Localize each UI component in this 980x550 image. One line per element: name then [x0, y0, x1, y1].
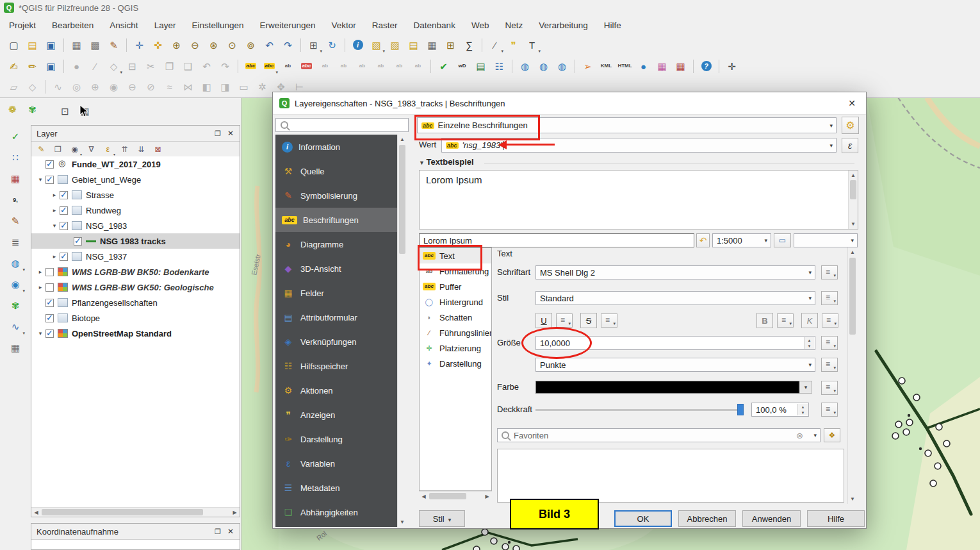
scrollbar-thumb[interactable]	[399, 145, 405, 254]
vertical-scrollbar[interactable]	[848, 171, 858, 229]
web-service-2-icon[interactable]: ◍	[535, 58, 552, 75]
kml-tools-icon[interactable]: KML	[598, 58, 615, 75]
data-defined-override-button[interactable]	[821, 265, 838, 279]
leaf-plugin-icon[interactable]: ✾	[24, 101, 41, 118]
layer-tree-item[interactable]: ▾ Gebiet_und_Wege	[31, 172, 240, 187]
web-tool-icon[interactable]: ◉	[6, 275, 25, 294]
layer-labeling-options-icon[interactable]: abc	[261, 58, 278, 75]
menu-item[interactable]: Layer	[154, 21, 176, 30]
data-defined-override-button[interactable]	[601, 313, 617, 328]
preview-background-select[interactable]	[794, 233, 858, 247]
menu-item[interactable]: Web	[471, 21, 489, 30]
label-move-rotate-icon[interactable]: ab	[335, 58, 352, 75]
expander-icon[interactable]: ▸	[49, 253, 60, 260]
scroll-down-icon[interactable]	[848, 494, 857, 504]
fill-ring-icon[interactable]: ◉	[105, 78, 122, 96]
scroll-up-icon[interactable]	[849, 171, 858, 180]
new-print-layout-icon[interactable]: ▦	[68, 37, 85, 54]
new-map-view-icon[interactable]: ⊞	[305, 37, 322, 54]
layer-tree-item[interactable]: Biotope	[31, 310, 240, 326]
layer-checkbox[interactable]	[60, 222, 68, 230]
zoom-last-icon[interactable]: ↶	[261, 37, 278, 54]
menu-item[interactable]: Vektor	[332, 21, 356, 30]
dialog-sidebar-item[interactable]: ε Variablen	[275, 451, 397, 476]
sample-section-header[interactable]: Textbeispiel	[419, 157, 474, 167]
layer-tree-item[interactable]: ▾ NSG_1983	[31, 218, 240, 233]
label-rotate-icon[interactable]: ab	[354, 58, 371, 75]
data-defined-override-button[interactable]	[822, 313, 838, 328]
open-project-icon[interactable]: ▤	[24, 37, 41, 54]
plugin-grid-red-icon[interactable]: ▦	[6, 169, 25, 188]
reset-sample-button[interactable]	[696, 233, 710, 247]
db-manager-icon[interactable]: ☷	[491, 58, 508, 75]
label-pin-icon[interactable]: abc	[298, 58, 315, 75]
zoom-full-extent-icon[interactable]: ⊛	[205, 37, 222, 54]
expander-icon[interactable]: ▾	[35, 330, 45, 337]
statistical-summary-icon[interactable]: ∑	[461, 37, 478, 54]
crosshair-icon[interactable]: ✛	[723, 58, 740, 75]
layer-tree-item[interactable]: Funde_WT_2017_2019	[31, 156, 240, 172]
layer-checkbox[interactable]	[45, 176, 54, 184]
layer-checkbox[interactable]	[45, 299, 54, 307]
settings-scrollbar[interactable]	[847, 247, 857, 504]
sketch-tool-icon[interactable]: ✎	[6, 212, 25, 231]
label-show-hide-icon[interactable]: ab	[316, 58, 334, 75]
ok-button[interactable]: OK	[614, 510, 672, 527]
dialog-titlebar[interactable]: Layereigenschaften - NSG_1983_tracks | B…	[273, 92, 866, 115]
italic-button[interactable]: K	[801, 313, 818, 328]
scrollbar-thumb[interactable]	[849, 258, 856, 335]
layer-checkbox[interactable]	[74, 237, 82, 246]
add-group-icon[interactable]: ❐	[51, 143, 65, 156]
add-line-icon[interactable]: ∕	[86, 58, 104, 75]
layer-tree-item[interactable]: ▸ WMS LGRB-BW BK50: Bodenkarte	[31, 264, 240, 279]
data-defined-override-button[interactable]	[821, 358, 838, 372]
bold-button[interactable]: B	[756, 313, 773, 328]
paste-features-icon[interactable]: ❑	[179, 58, 197, 75]
field-calculator-icon[interactable]: ⊞	[442, 37, 459, 54]
clear-icon[interactable]	[796, 431, 803, 440]
html-tools-icon[interactable]: HTML	[616, 58, 633, 75]
map-tips-icon[interactable]: ❞	[505, 37, 522, 54]
layer-checkbox[interactable]	[60, 253, 68, 261]
label-settings-tab[interactable]: ab Formatierung	[420, 263, 491, 279]
dialog-sidebar-item[interactable]: ▤ Attributformular	[275, 305, 397, 329]
select-by-form-icon[interactable]: ▤	[405, 37, 422, 54]
dialog-sidebar-item[interactable]: ▦ Felder	[275, 281, 397, 305]
help-button[interactable]: Hilfe	[807, 510, 865, 527]
expander-icon[interactable]: ▸	[35, 284, 45, 290]
close-icon[interactable]	[838, 92, 866, 113]
automated-placement-button[interactable]	[842, 117, 859, 134]
snapping-options-icon[interactable]: ✔	[435, 58, 452, 75]
raster-histogram-icon[interactable]: ▤	[472, 58, 489, 75]
grid-tool-icon[interactable]: ▦	[6, 338, 25, 358]
map-extent-button[interactable]	[774, 233, 791, 247]
metasearch-wd-icon[interactable]: wD	[453, 58, 471, 75]
data-defined-override-button[interactable]	[821, 336, 838, 350]
font-family-select[interactable]: MS Shell Dlg 2	[535, 265, 815, 279]
expression-builder-button[interactable]	[842, 138, 858, 153]
properties-search-input[interactable]	[275, 118, 409, 132]
scroll-right-icon[interactable]	[230, 508, 240, 517]
scrollbar-thumb[interactable]	[850, 180, 856, 199]
merge-attributes-icon[interactable]: ▭	[235, 78, 252, 96]
grid-red-icon[interactable]: ▦	[672, 58, 689, 75]
refresh-map-icon[interactable]: ↻	[323, 37, 341, 54]
attribute-table-icon[interactable]: ▦	[423, 37, 441, 54]
font-style-select[interactable]: Standard	[535, 291, 815, 305]
copy-features-icon[interactable]: ❐	[161, 58, 178, 75]
dialog-sidebar-item[interactable]: ⚙ Aktionen	[275, 378, 397, 403]
profile-tool-icon[interactable]: ∿	[6, 317, 25, 337]
layer-tree-item[interactable]: ▾ OpenStreetMap Standard	[31, 326, 240, 341]
scroll-left-icon[interactable]	[31, 508, 41, 517]
add-part-icon[interactable]: ⊕	[86, 78, 104, 96]
expander-icon[interactable]: ▸	[49, 192, 60, 198]
label-settings-tab[interactable]: ◯ Hintergrund	[420, 294, 491, 310]
layer-tree-item[interactable]: ▸ NSG_1937	[31, 249, 240, 264]
dialog-sidebar-item[interactable]: ❏ Abhängigkeiten	[275, 500, 397, 524]
pan-to-selection-icon[interactable]: ✜	[149, 37, 167, 54]
dialog-sidebar-item[interactable]: ◕ Diagramme	[275, 232, 397, 256]
reshape-features-icon[interactable]: ≈	[161, 78, 178, 96]
data-defined-override-button[interactable]	[821, 291, 838, 305]
dialog-sidebar-item[interactable]: i Information	[275, 135, 397, 159]
redo-icon[interactable]: ↷	[216, 58, 234, 75]
